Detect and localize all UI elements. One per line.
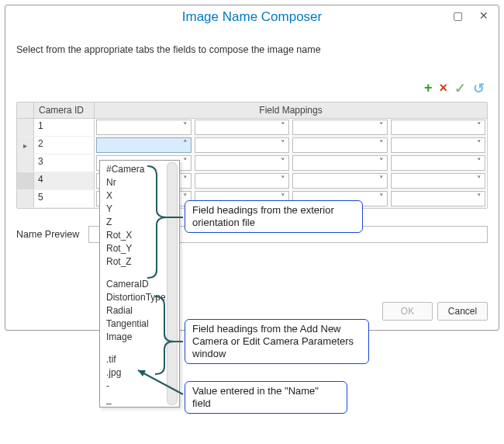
mapping-combo[interactable] xyxy=(96,120,192,135)
annotation-exterior-file: Field headings from the exterior orienta… xyxy=(185,200,363,233)
mapping-combo[interactable] xyxy=(195,137,290,153)
dropdown-item[interactable]: .tif xyxy=(100,352,179,366)
dropdown-item[interactable]: Rot_Y xyxy=(100,241,179,255)
dropdown-item[interactable]: #Camera xyxy=(100,162,179,175)
grid-toolbar: + × ✓ ↺ xyxy=(16,80,488,97)
grid-col-mappings: Field Mappings xyxy=(95,102,487,118)
mapping-combo[interactable] xyxy=(292,120,388,135)
maximize-button[interactable]: ▢ xyxy=(444,7,471,24)
cancel-button[interactable]: Cancel xyxy=(437,302,488,321)
grid-header: Camera ID Field Mappings xyxy=(17,102,487,119)
row-selector[interactable] xyxy=(17,119,34,136)
close-button[interactable]: ✕ xyxy=(471,7,497,24)
dropdown-item[interactable]: Image xyxy=(100,330,179,343)
mapping-combo[interactable] xyxy=(292,137,388,153)
add-row-icon[interactable]: + xyxy=(424,80,433,97)
dropdown-item[interactable]: Nr xyxy=(100,175,179,189)
dropdown-item[interactable]: _ xyxy=(100,392,179,405)
grid-body: 1 2 xyxy=(17,119,487,208)
annotation-text: Field headings from the Add New Camera o… xyxy=(185,319,369,364)
dropdown-item[interactable]: Radial xyxy=(100,304,179,317)
dropdown-item[interactable]: .jpg xyxy=(100,366,179,379)
field-mapping-grid: Camera ID Field Mappings 1 2 xyxy=(16,102,488,209)
mapping-combo[interactable] xyxy=(391,137,486,153)
camera-id-cell[interactable]: 5 xyxy=(34,190,95,207)
mapping-combo[interactable] xyxy=(195,155,290,171)
dropdown-item[interactable]: X xyxy=(100,189,179,202)
mapping-combo[interactable] xyxy=(391,191,486,206)
row-selector[interactable] xyxy=(17,190,34,207)
undo-icon[interactable]: ↺ xyxy=(473,80,485,97)
dropdown-item[interactable]: CameraID xyxy=(100,277,179,290)
mapping-combo[interactable] xyxy=(391,155,486,171)
camera-id-cell[interactable]: 2 xyxy=(34,137,95,154)
row-selector[interactable] xyxy=(17,172,34,189)
ok-button[interactable]: OK xyxy=(382,302,433,321)
delete-row-icon[interactable]: × xyxy=(439,80,447,97)
dialog-window: Image Name Composer ▢ ✕ Select from the … xyxy=(5,5,499,331)
instructions-text: Select from the appropriate tabs the fie… xyxy=(16,44,488,55)
annotation-text: Field headings from the exterior orienta… xyxy=(185,200,363,233)
camera-id-cell[interactable]: 4 xyxy=(34,172,95,189)
apply-icon[interactable]: ✓ xyxy=(454,80,466,97)
dropdown-item[interactable]: - xyxy=(100,379,179,392)
annotation-text: Value entered in the "Name" field xyxy=(185,381,347,414)
mapping-combo[interactable] xyxy=(195,120,290,135)
mapping-combo[interactable] xyxy=(391,120,486,135)
annotation-name-field: Value entered in the "Name" field xyxy=(185,381,347,414)
camera-id-cell[interactable]: 3 xyxy=(34,154,95,172)
titlebar-controls: ▢ ✕ xyxy=(444,7,497,24)
grid-row-selector-header xyxy=(17,102,34,118)
window-title: Image Name Composer xyxy=(182,9,322,25)
name-preview-label: Name Preview xyxy=(16,229,82,240)
mapping-dropdown-panel[interactable]: #Camera Nr X Y Z Rot_X Rot_Y Rot_Z Camer… xyxy=(99,160,180,408)
annotation-camera-window: Field headings from the Add New Camera o… xyxy=(185,319,369,364)
grid-col-camera: Camera ID xyxy=(34,102,95,118)
dropdown-item[interactable]: Rot_X xyxy=(100,228,179,241)
row-selector[interactable] xyxy=(17,137,34,154)
mapping-combo[interactable] xyxy=(292,173,388,189)
table-row: 1 xyxy=(17,119,487,137)
table-row: 3 xyxy=(17,154,487,172)
table-row: 4 xyxy=(17,172,487,190)
dropdown-item[interactable]: DistortionType xyxy=(100,290,179,304)
dropdown-item[interactable]: Z xyxy=(100,215,179,228)
titlebar: Image Name Composer ▢ ✕ xyxy=(5,5,499,29)
mapping-combo[interactable] xyxy=(292,155,388,171)
mapping-combo[interactable] xyxy=(391,173,486,189)
mapping-combo[interactable] xyxy=(195,173,290,189)
dialog-buttons: OK Cancel xyxy=(382,302,488,321)
mapping-combo-open[interactable] xyxy=(96,137,192,153)
row-selector[interactable] xyxy=(17,154,34,172)
dropdown-item[interactable]: Tangential xyxy=(100,317,179,330)
dropdown-item[interactable]: Rot_Z xyxy=(100,255,179,268)
table-row: 2 xyxy=(17,137,487,154)
camera-id-cell[interactable]: 1 xyxy=(34,119,95,136)
dropdown-item[interactable]: Y xyxy=(100,202,179,215)
